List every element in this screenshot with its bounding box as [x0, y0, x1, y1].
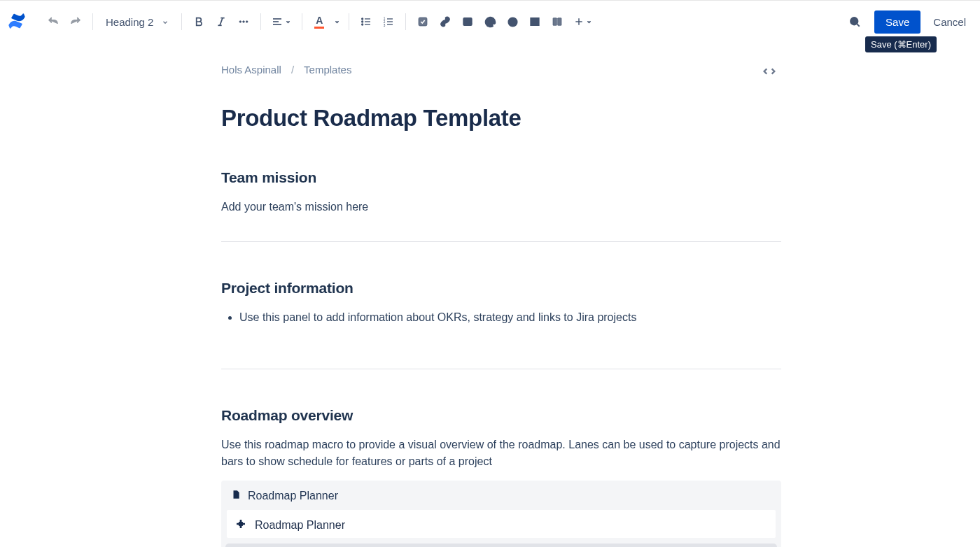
svg-point-9 [362, 18, 363, 20]
section-heading-roadmap[interactable]: Roadmap overview [221, 407, 781, 424]
svg-point-4 [243, 21, 245, 23]
macro-body[interactable]: Roadmap Planner [227, 510, 776, 538]
svg-point-26 [511, 20, 512, 21]
roadmap-text[interactable]: Use this roadmap macro to provide a visu… [221, 436, 781, 471]
image-icon[interactable] [456, 10, 479, 33]
svg-line-0 [220, 18, 223, 26]
redo-icon[interactable] [64, 10, 87, 33]
search-icon[interactable] [844, 10, 866, 33]
align-icon[interactable] [267, 10, 296, 33]
svg-point-25 [508, 17, 517, 27]
breadcrumb-section[interactable]: Templates [304, 64, 351, 76]
more-formatting-icon[interactable] [232, 10, 255, 33]
text-color-dropdown-icon[interactable] [330, 10, 343, 33]
svg-point-3 [239, 21, 241, 23]
confluence-logo-icon[interactable] [7, 11, 28, 32]
svg-point-23 [465, 20, 468, 22]
macro-inner-label: Roadmap Planner [255, 519, 345, 532]
cancel-button[interactable]: Cancel [929, 10, 970, 34]
macro-scrollbar[interactable] [225, 544, 777, 547]
breadcrumb-author[interactable]: Hols Aspinall [221, 64, 281, 76]
svg-rect-34 [558, 18, 561, 26]
svg-point-37 [850, 17, 858, 25]
emoji-icon[interactable] [501, 10, 524, 33]
roadmap-macro[interactable]: Roadmap Planner Roadmap Planner [221, 481, 781, 547]
text-style-label: Heading 2 [106, 16, 153, 28]
page-width-toggle-icon[interactable] [762, 66, 777, 78]
macro-title-label: Roadmap Planner [248, 490, 338, 502]
mission-text[interactable]: Add your team's mission here [221, 199, 781, 216]
divider [92, 13, 93, 30]
svg-text:3: 3 [384, 24, 386, 27]
undo-icon[interactable] [42, 10, 64, 33]
project-info-list[interactable]: Use this panel to add information about … [221, 309, 781, 327]
bullet-list-icon[interactable] [355, 10, 377, 33]
numbered-list-icon[interactable]: 123 [377, 10, 400, 33]
divider [260, 13, 261, 30]
breadcrumb: Hols Aspinall / Templates [221, 64, 781, 76]
bold-icon[interactable] [188, 10, 210, 33]
link-icon[interactable] [434, 10, 456, 33]
editor-toolbar: Heading 2 A 123 [0, 1, 980, 43]
insert-more-icon[interactable] [568, 10, 598, 33]
svg-point-11 [362, 24, 363, 25]
svg-rect-33 [553, 18, 556, 26]
action-item-icon[interactable] [412, 10, 434, 33]
section-heading-project-info[interactable]: Project information [221, 280, 781, 297]
macro-header: Roadmap Planner [221, 482, 781, 510]
svg-point-10 [362, 21, 363, 22]
horizontal-rule [221, 369, 781, 369]
page-title[interactable]: Product Roadmap Template [221, 105, 781, 132]
section-heading-mission[interactable]: Team mission [221, 169, 781, 186]
save-tooltip: Save (⌘Enter) [865, 36, 937, 52]
mention-icon[interactable] [479, 10, 501, 33]
divider [349, 13, 349, 30]
breadcrumb-separator: / [291, 64, 294, 76]
plugin-icon [235, 518, 246, 532]
layouts-icon[interactable] [546, 10, 568, 33]
table-icon[interactable] [524, 10, 546, 33]
divider [181, 13, 182, 30]
text-style-select[interactable]: Heading 2 [99, 16, 176, 28]
svg-line-38 [857, 24, 860, 27]
divider [302, 13, 302, 30]
chevron-down-icon [162, 16, 169, 28]
save-button[interactable]: Save [874, 10, 920, 34]
horizontal-rule [221, 241, 781, 242]
italic-icon[interactable] [210, 10, 232, 33]
list-item[interactable]: Use this panel to add information about … [239, 309, 781, 327]
document-icon [231, 489, 241, 503]
editor-content: Hols Aspinall / Templates Product Roadma… [221, 43, 781, 547]
svg-point-27 [514, 20, 514, 21]
text-color-icon[interactable]: A [308, 10, 330, 33]
divider [405, 13, 406, 30]
svg-rect-28 [531, 18, 539, 26]
svg-point-5 [246, 21, 248, 23]
